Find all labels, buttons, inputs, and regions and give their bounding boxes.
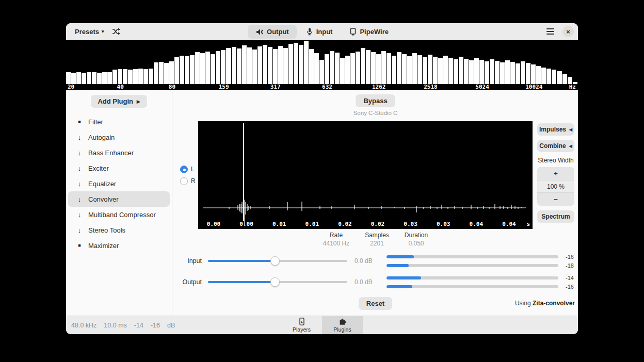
info-value: 0.050 bbox=[405, 240, 428, 247]
impulse-info-row: Rate44100 HzSamples2201Duration0.050 bbox=[173, 232, 578, 247]
sidebar-item-maximizer[interactable]: ■Maximizer bbox=[68, 238, 170, 253]
presets-button[interactable]: Presets ▾ bbox=[70, 25, 109, 38]
gain-value: 0.0 dB bbox=[355, 257, 381, 265]
channel-left[interactable]: L bbox=[180, 166, 198, 173]
spectrum-bar bbox=[128, 70, 133, 84]
tab-pipewire[interactable]: PipeWire bbox=[342, 25, 396, 39]
players-icon bbox=[299, 318, 305, 325]
impulse-preset-name: Sony C-Studio C bbox=[173, 110, 578, 116]
plugin-label: Stereo Tools bbox=[88, 226, 125, 234]
backend-name: Zita-convolver bbox=[533, 300, 575, 307]
spectrum-bar bbox=[257, 46, 262, 84]
spectrum-bar bbox=[268, 47, 272, 84]
spectrum-bar bbox=[469, 60, 474, 84]
spectrum-bar bbox=[423, 57, 427, 84]
spectrum-toggle-button[interactable]: Spectrum bbox=[537, 210, 574, 223]
spectrum-analyzer: Hz 20408015931763212622518502410024 bbox=[66, 40, 578, 90]
channel-right[interactable]: R bbox=[180, 177, 198, 185]
meter-row: -16 bbox=[387, 254, 574, 260]
spectrum-bar bbox=[71, 73, 76, 84]
meter-row: -16 bbox=[387, 284, 574, 290]
level-meter-value: -14 bbox=[558, 275, 574, 281]
close-button[interactable]: × bbox=[562, 26, 574, 37]
output-gain-slider[interactable] bbox=[208, 277, 347, 287]
stereo-width-decrease-button[interactable]: − bbox=[537, 193, 574, 206]
bypass-button[interactable]: Bypass bbox=[356, 94, 395, 107]
sidebar-item-equalizer[interactable]: ↓Equalizer bbox=[68, 176, 170, 191]
status-readout: -14 bbox=[134, 322, 143, 329]
time-tick-label: 0.04 bbox=[470, 221, 484, 227]
time-tick-label: 0.03 bbox=[437, 221, 450, 227]
desktop-background: Presets ▾ Output bbox=[0, 0, 644, 362]
spectrum-bar bbox=[82, 73, 86, 84]
info-label: Duration bbox=[405, 232, 428, 239]
radio-left-icon[interactable] bbox=[180, 166, 188, 173]
spectrum-bar bbox=[366, 50, 371, 84]
tab-players[interactable]: Players bbox=[281, 316, 322, 334]
sidebar-item-filter[interactable]: ■Filter bbox=[68, 114, 170, 129]
chevron-down-icon: ▾ bbox=[102, 29, 104, 34]
waveform-svg bbox=[198, 121, 533, 229]
spectrum-bar bbox=[412, 53, 417, 84]
tab-plugins[interactable]: Plugins bbox=[322, 316, 363, 334]
spectrum-bar bbox=[278, 46, 283, 84]
impulses-button[interactable]: Impulses ◂ bbox=[537, 123, 574, 136]
spectrum-bar bbox=[314, 53, 319, 84]
content-area: Add Plugin ▸ ■Filter↓Autogain↓Bass Enhan… bbox=[66, 90, 578, 316]
plugins-icon bbox=[339, 318, 346, 325]
sidebar-item-exciter[interactable]: ↓Exciter bbox=[68, 160, 170, 176]
close-icon: × bbox=[566, 28, 570, 35]
spectrum-bar bbox=[536, 66, 541, 84]
add-plugin-button[interactable]: Add Plugin ▸ bbox=[91, 95, 147, 108]
panel-bottom-row: Reset Using Zita-convolver bbox=[173, 297, 578, 310]
spectrum-bar bbox=[221, 50, 226, 84]
stereo-width-label: Stereo Width bbox=[537, 157, 574, 164]
spectrum-bar bbox=[541, 68, 546, 84]
convolver-panel: Bypass Sony C-Studio C L R bbox=[173, 90, 578, 316]
sidebar-item-stereo-tools[interactable]: ↓Stereo Tools bbox=[68, 222, 170, 238]
level-meter bbox=[387, 264, 558, 267]
meter-row: -18 bbox=[387, 262, 574, 269]
menu-button[interactable] bbox=[543, 25, 557, 38]
spectrum-bar bbox=[273, 49, 278, 84]
radio-right-icon[interactable] bbox=[180, 177, 188, 185]
header-actions: × bbox=[543, 25, 574, 38]
sidebar-item-bass-enhancer[interactable]: ↓Bass Enhancer bbox=[68, 145, 170, 160]
shuffle-button[interactable] bbox=[109, 25, 123, 38]
spectrum-bar bbox=[159, 62, 164, 84]
time-tick-label: 0.02 bbox=[371, 221, 385, 227]
plus-icon: + bbox=[554, 170, 558, 177]
spectrum-bar bbox=[557, 71, 561, 84]
spectrum-bar bbox=[247, 47, 252, 84]
stereo-width-value[interactable]: 100 % bbox=[537, 180, 574, 193]
stereo-width-increase-button[interactable]: + bbox=[537, 167, 574, 180]
tab-output[interactable]: Output bbox=[248, 25, 297, 39]
input-gain-slider[interactable] bbox=[208, 256, 347, 266]
spectrum-bar bbox=[526, 63, 530, 84]
spectrum-bar bbox=[123, 69, 127, 84]
sidebar-item-multiband-compressor[interactable]: ↓Multiband Compressor bbox=[68, 207, 170, 222]
slider-handle[interactable] bbox=[270, 277, 280, 287]
time-tick-label: 0.00 bbox=[207, 221, 221, 227]
spectrum-bar bbox=[562, 74, 567, 84]
slider-handle[interactable] bbox=[270, 256, 280, 266]
spectrum-bar bbox=[433, 57, 438, 84]
channel-left-label: L bbox=[191, 166, 195, 173]
spectrum-bar bbox=[459, 57, 463, 84]
level-meter-fill bbox=[387, 255, 414, 258]
sidebar-item-convolver[interactable]: ↓Convolver bbox=[68, 191, 170, 207]
reset-button[interactable]: Reset bbox=[359, 297, 392, 310]
tab-input[interactable]: Input bbox=[299, 25, 341, 39]
spectrum-bar bbox=[407, 56, 412, 84]
channel-right-label: R bbox=[191, 177, 196, 185]
spectrum-bar bbox=[66, 72, 71, 84]
sidebar-item-autogain[interactable]: ↓Autogain bbox=[68, 129, 170, 145]
using-label: Using bbox=[515, 300, 531, 307]
spectrum-bar bbox=[330, 51, 334, 84]
spectrum-bar bbox=[294, 43, 298, 84]
arrow-down-icon: ↓ bbox=[76, 180, 83, 188]
combine-button[interactable]: Combine ◂ bbox=[537, 140, 574, 152]
info-rate: Rate44100 Hz bbox=[323, 232, 349, 247]
spectrum-bar bbox=[107, 72, 112, 84]
spectrum-bar bbox=[428, 55, 432, 84]
